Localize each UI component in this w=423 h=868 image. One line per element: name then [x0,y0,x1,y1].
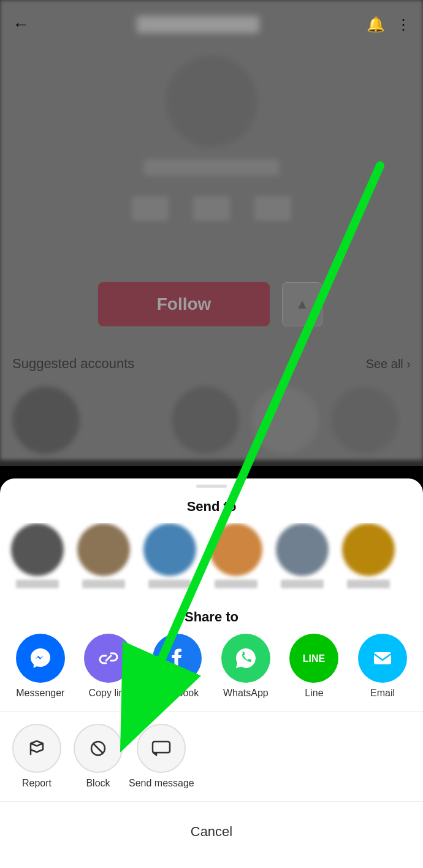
block-icon [74,724,123,773]
more-icon[interactable]: ⋮ [396,16,411,33]
profile-title-blur [137,16,259,33]
cancel-button[interactable]: Cancel [0,814,423,850]
report-label: Report [22,778,51,789]
bottom-sheet: Send to Share to [0,478,423,868]
email-icon [358,634,407,683]
send-avatar-2[interactable] [76,523,131,588]
line-icon: LINE [289,634,338,683]
sendmessage-label: Send message [129,778,194,789]
cancel-divider [0,801,423,802]
share-messenger[interactable]: Messenger [10,634,71,699]
back-button[interactable]: ← [12,15,29,34]
facebook-icon [153,634,202,683]
whatsapp-icon [221,634,270,683]
share-whatsapp[interactable]: WhatsApp [215,634,276,699]
svg-rect-3 [374,652,391,664]
send-avatar-1[interactable] [10,523,65,588]
sendmessage-icon [137,724,186,773]
share-facebook[interactable]: Facebook [147,634,208,699]
send-avatar-6[interactable] [341,523,396,588]
whatsapp-label: WhatsApp [223,688,269,699]
action-block[interactable]: Block [67,724,129,789]
report-icon [12,724,61,773]
copylink-label: Copy link [89,688,129,699]
svg-line-5 [93,743,103,753]
block-label: Block [86,778,110,789]
share-to-title: Share to [0,598,423,634]
send-avatar-5[interactable] [275,523,330,588]
send-to-row [0,523,423,598]
send-to-title: Send to [0,488,423,523]
share-line[interactable]: LINE Line [283,634,345,699]
svg-text:LINE: LINE [303,653,326,664]
divider [0,711,423,712]
send-avatar-4[interactable] [208,523,264,588]
share-email[interactable]: Email [352,634,413,699]
email-label: Email [370,688,395,699]
action-sendmessage[interactable]: Send message [129,724,194,789]
share-to-row: Messenger Copy link Facebook [0,634,423,711]
line-label: Line [305,688,323,699]
notification-icon[interactable]: 🔔 [367,16,385,33]
action-report[interactable]: Report [6,724,67,789]
messenger-icon [16,634,65,683]
copylink-icon [84,634,133,683]
share-copylink[interactable]: Copy link [78,634,139,699]
svg-rect-6 [153,742,170,753]
facebook-label: Facebook [156,688,199,699]
background-overlay [0,0,423,466]
send-avatar-3[interactable] [142,523,197,588]
action-row: Report Block Send message [0,724,423,801]
header-icons: 🔔 ⋮ [367,16,411,33]
messenger-label: Messenger [16,688,64,699]
